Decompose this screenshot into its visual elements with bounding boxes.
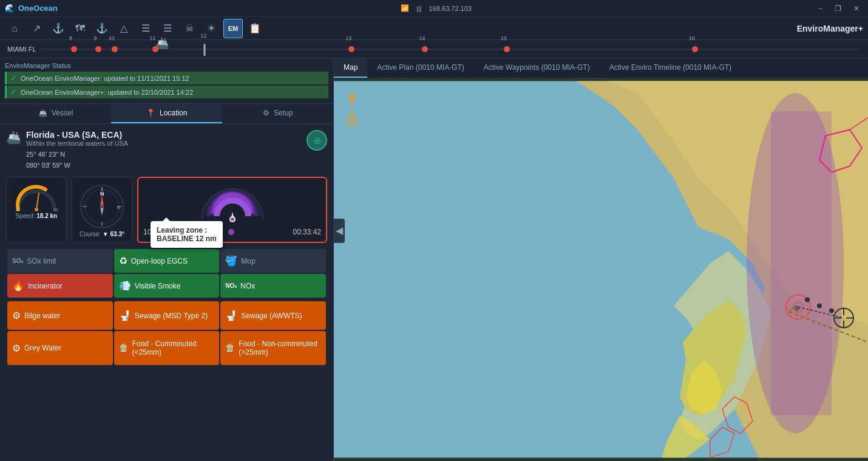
map-tab-map[interactable]: Map (334, 58, 367, 78)
status-text-2: OneOcean EnviroManager+: updated to 22/1… (21, 89, 193, 96)
nav-doc[interactable]: 📋 (245, 19, 265, 38)
location-info: 🚢 Florida - USA (SA, ECA) Within the ter… (6, 130, 128, 171)
status-grid: SOₓ SOx limit ♻ Open-loop EGCS 🪣 Mop 🔥 I… (6, 248, 327, 299)
svg-point-1 (35, 208, 38, 211)
collapse-arrow[interactable]: ◀ (334, 219, 345, 243)
nox-icon: NOₓ (225, 282, 237, 289)
instruments-row: 0 30 Speed: 18.2 kn (6, 177, 327, 243)
svg-text:0: 0 (16, 208, 18, 212)
food-non-comminuted-button[interactable]: 🗑 Food - Non-comminuted (>25mm) (220, 331, 326, 365)
sox-label: SOx limit (27, 257, 56, 265)
status-title: EnviroManager Status (5, 62, 328, 69)
status-bar: EnviroManager Status ✓ OneOcean EnviroMa… (0, 58, 333, 104)
timeline: MIAMI FL 8 🚢 9 10 11 12 13 14 15 16 (0, 40, 868, 58)
grey-water-icon: ⚙ (12, 343, 21, 354)
timeline-dot-8[interactable]: 8 (71, 46, 77, 52)
food-comm-label: Food - Comminuted (<25mm) (132, 340, 215, 357)
zone-time: 00:33:42 (293, 228, 321, 236)
timeline-cursor[interactable]: 12 (203, 44, 205, 56)
timeline-dot-11[interactable]: 11 (152, 46, 158, 52)
svg-point-38 (829, 309, 834, 313)
location-avatar-icon: 🚢 (6, 130, 21, 145)
nav-home[interactable]: ⌂ (5, 19, 24, 38)
recycle-icon: ♻ (119, 255, 127, 267)
zone-gauge-svg (196, 183, 269, 225)
food-comminuted-button[interactable]: 🗑 Food - Comminuted (<25mm) (114, 331, 220, 365)
app-name: OneOcean (18, 4, 58, 13)
map-tab-enviro-timeline[interactable]: Active Enviro Timeline (0010 MIA-GT) (600, 58, 741, 78)
food-noncomm-label: Food - Non-comminuted (>25mm) (239, 340, 321, 357)
nav-anchor[interactable]: ⚓ (49, 19, 68, 38)
nav-book2[interactable]: ☰ (158, 19, 177, 38)
close-button[interactable]: ✕ (850, 3, 863, 14)
bilge-water-button[interactable]: ⚙ Bilge water (7, 301, 113, 330)
bilge-icon: ⚙ (12, 310, 21, 321)
status-item-2: ✓ OneOcean EnviroManager+: updated to 22… (5, 86, 328, 98)
timeline-dot-15[interactable]: 15 (504, 46, 510, 52)
location-name: Florida - USA (SA, ECA) (26, 130, 128, 140)
timeline-dot-13[interactable]: 13 (348, 46, 354, 52)
zone-tooltip: Leaving zone : BASELINE 12 nm (151, 221, 223, 248)
nox-button[interactable]: NOₓ NOx (220, 274, 326, 298)
mop-button[interactable]: 🪣 Mop (220, 249, 326, 273)
titlebar: 🌊 OneOcean 📶 ||| 168.63.72.103 − ❐ ✕ (0, 0, 868, 17)
orange-grid: ⚙ Bilge water 🚽 Sewage (MSD Type 2) 🚽 Se… (6, 300, 327, 366)
location-icon: 📍 (146, 109, 155, 117)
speed-label: Speed: 18.2 kn (16, 213, 57, 219)
smoke-label: Visible Smoke (135, 282, 181, 290)
sewage-msd-icon: 🚽 (119, 310, 131, 321)
map-tab-waypoints[interactable]: Active Waypoints (0010 MIA-GT) (474, 58, 600, 78)
svg-line-0 (36, 193, 39, 210)
location-header: 🚢 Florida - USA (SA, ECA) Within the ter… (6, 130, 327, 171)
tab-setup[interactable]: ⚙ Setup (222, 104, 333, 123)
svg-point-16 (230, 217, 235, 222)
nav-em-button[interactable]: EM (223, 19, 243, 38)
sewage-awwts-button[interactable]: 🚽 Sewage (AWWTS) (220, 301, 326, 330)
location-sub: Within the territorial waters of USA (26, 140, 128, 147)
location-gps: 25° 46' 23" N 080° 03' 59" W (26, 149, 128, 171)
tab-location[interactable]: 📍 Location (111, 104, 222, 123)
tab-vessel[interactable]: 🚢 Vessel (0, 104, 111, 123)
restore-button[interactable]: ❐ (831, 3, 845, 14)
visible-smoke-button[interactable]: 💨 Visible Smoke (114, 274, 220, 298)
titlebar-right[interactable]: − ❐ ✕ (815, 3, 863, 14)
svg-point-37 (817, 304, 822, 309)
navbar: ⌂ ↗ ⚓ 🗺 ⚓ △ ☰ ☰ ☠ ☀ EM 📋 EnviroManager+ (0, 17, 868, 40)
nav-alert[interactable]: △ (114, 19, 134, 38)
timeline-dot-16[interactable]: 16 (692, 46, 698, 52)
map-canvas: ⊕ (334, 78, 868, 460)
course-label: Course: ▼ 63.3° (80, 231, 124, 237)
svg-rect-23 (771, 112, 832, 415)
timeline-dot-9[interactable]: 9 (95, 46, 101, 52)
grey-water-button[interactable]: ⚙ Grey Water (7, 331, 113, 365)
nav-chart[interactable]: 🗺 (70, 19, 90, 38)
gps-target-button[interactable]: ⊕ (307, 130, 327, 151)
timeline-dot-14[interactable]: 14 (422, 46, 428, 52)
setup-icon: ⚙ (263, 109, 270, 117)
timeline-dot-10[interactable]: 10 (112, 46, 118, 52)
main-layout: EnviroManager Status ✓ OneOcean EnviroMa… (0, 58, 868, 461)
sewage-msd-button[interactable]: 🚽 Sewage (MSD Type 2) (114, 301, 220, 330)
speed-gauge-svg: 0 30 (12, 182, 61, 213)
svg-text:30: 30 (53, 208, 58, 212)
tooltip-line2: BASELINE 12 nm (157, 234, 217, 243)
app-title: 🌊 OneOcean (5, 4, 58, 13)
map-tab-active-plan[interactable]: Active Plan (0010 MIA-GT) (367, 58, 473, 78)
nav-hazard[interactable]: ☠ (180, 19, 199, 38)
signal-bars: ||| (416, 5, 422, 12)
sewage-awwts-icon: 🚽 (225, 310, 237, 321)
sox-limit-button[interactable]: SOₓ SOx limit (7, 249, 113, 273)
mop-label: Mop (241, 257, 255, 265)
map-tabs: Map Active Plan (0010 MIA-GT) Active Way… (334, 58, 868, 78)
status-item-1: ✓ OneOcean EnviroManager: updated to 11/… (5, 72, 328, 84)
nav-route[interactable]: ↗ (27, 19, 46, 38)
open-loop-egcs-button[interactable]: ♻ Open-loop EGCS (114, 249, 220, 273)
vessel-icon: 🚢 (38, 109, 47, 117)
signal-icon: 📶 (401, 4, 409, 12)
tooltip-line1: Leaving zone : (157, 226, 217, 234)
incinerator-button[interactable]: 🔥 Incinerator (7, 274, 113, 298)
smoke-icon: 💨 (119, 280, 131, 292)
timeline-bar: 8 🚢 9 10 11 12 13 14 15 16 (41, 49, 858, 50)
minimize-button[interactable]: − (815, 3, 826, 14)
food-noncomm-icon: 🗑 (225, 343, 235, 353)
